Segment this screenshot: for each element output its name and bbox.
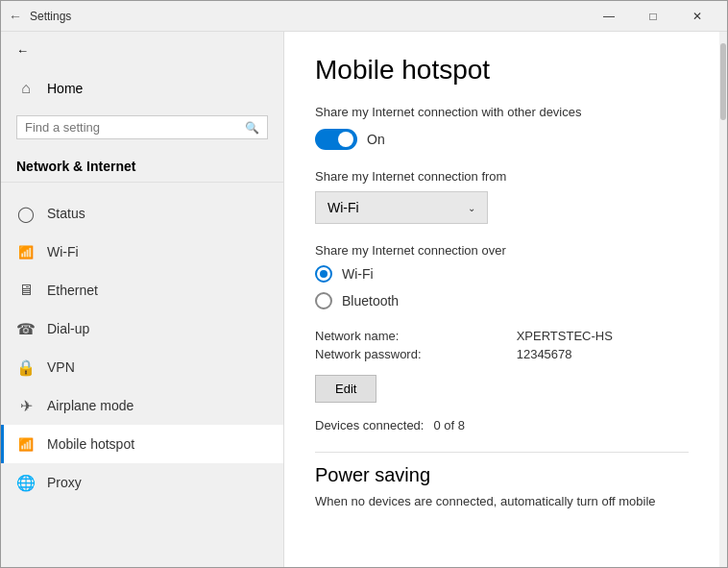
proxy-label: Proxy <box>47 475 82 490</box>
vpn-label: VPN <box>47 359 75 375</box>
sidebar-item-proxy[interactable]: 🌐 Proxy <box>1 463 283 502</box>
sidebar-item-dialup[interactable]: ☎ Dial-up <box>1 309 283 348</box>
wifi-icon: 📶 <box>16 242 36 261</box>
radio-bluetooth-label: Bluetooth <box>342 293 399 309</box>
title-bar: ← Settings — □ ✕ <box>1 1 727 32</box>
network-info-grid: Network name: XPERTSTEC-HS Network passw… <box>315 329 689 361</box>
radio-wifi-circle[interactable] <box>315 265 332 283</box>
sidebar: ← ⌂ Home 🔍 Network & Internet ◯ Status 📶 <box>1 32 284 567</box>
dialup-icon: ☎ <box>16 319 36 338</box>
title-bar-controls: — □ ✕ <box>587 1 719 32</box>
power-saving-desc: When no devices are connected, automatic… <box>315 494 689 508</box>
proxy-icon: 🌐 <box>16 473 36 492</box>
vpn-icon: 🔒 <box>16 358 36 377</box>
close-button[interactable]: ✕ <box>675 1 719 32</box>
power-saving-title: Power saving <box>315 464 689 486</box>
sidebar-item-hotspot[interactable]: 📶 Mobile hotspot <box>1 425 283 463</box>
sidebar-item-home[interactable]: ⌂ Home <box>1 69 283 108</box>
settings-window: ← Settings — □ ✕ ← ⌂ Home 🔍 <box>0 0 728 568</box>
sidebar-section-title: Network & Internet <box>1 147 283 182</box>
window-title: Settings <box>30 10 71 23</box>
toggle-state-label: On <box>367 132 385 147</box>
sidebar-item-ethernet[interactable]: 🖥 Ethernet <box>1 271 283 309</box>
radio-wifi-label: Wi-Fi <box>342 266 374 282</box>
devices-connected-key: Devices connected: <box>315 418 424 432</box>
radio-wifi[interactable]: Wi-Fi <box>315 265 689 283</box>
airplane-label: Airplane mode <box>47 398 133 413</box>
home-label: Home <box>47 81 83 96</box>
airplane-icon: ✈ <box>16 396 36 415</box>
hotspot-label: Mobile hotspot <box>47 436 134 452</box>
page-title: Mobile hotspot <box>315 55 689 86</box>
content-area: ← ⌂ Home 🔍 Network & Internet ◯ Status 📶 <box>1 32 727 567</box>
devices-connected-val: 0 of 8 <box>433 418 465 432</box>
wifi-label: Wi-Fi <box>47 244 79 259</box>
scrollbar-track[interactable] <box>719 32 727 567</box>
network-password-key: Network password: <box>315 347 497 361</box>
hotspot-toggle[interactable] <box>315 129 357 150</box>
minimize-button[interactable]: — <box>587 1 631 32</box>
radio-bluetooth[interactable]: Bluetooth <box>315 292 689 309</box>
devices-row: Devices connected: 0 of 8 <box>315 418 689 432</box>
search-icon: 🔍 <box>245 121 259 135</box>
sidebar-item-airplane[interactable]: ✈ Airplane mode <box>1 386 283 425</box>
network-password-val: 12345678 <box>517 347 689 361</box>
search-box[interactable]: 🔍 <box>16 115 268 139</box>
network-name-val: XPERTSTEC-HS <box>517 329 689 343</box>
radio-bluetooth-circle[interactable] <box>315 292 332 309</box>
sidebar-item-wifi[interactable]: 📶 Wi-Fi <box>1 233 283 271</box>
share-connection-label: Share my Internet connection with other … <box>315 105 689 119</box>
sidebar-item-vpn[interactable]: 🔒 VPN <box>1 348 283 386</box>
section-divider <box>315 452 689 453</box>
connection-from-dropdown[interactable]: Wi-Fi ⌄ <box>315 191 488 224</box>
from-label: Share my Internet connection from <box>315 169 689 184</box>
back-icon[interactable]: ← <box>9 9 22 24</box>
radio-group-over: Wi-Fi Bluetooth <box>315 265 689 309</box>
sidebar-back-button[interactable]: ← <box>1 32 283 69</box>
dialup-label: Dial-up <box>47 321 89 336</box>
back-arrow-icon: ← <box>16 43 29 58</box>
edit-button[interactable]: Edit <box>315 375 376 403</box>
ethernet-icon: 🖥 <box>16 281 36 300</box>
chevron-down-icon: ⌄ <box>468 203 475 213</box>
home-icon: ⌂ <box>16 79 36 98</box>
network-name-key: Network name: <box>315 329 497 343</box>
toggle-row: On <box>315 129 689 150</box>
title-bar-left: ← Settings <box>9 9 71 24</box>
status-label: Status <box>47 206 85 221</box>
over-label: Share my Internet connection over <box>315 243 689 258</box>
from-value: Wi-Fi <box>328 200 359 215</box>
maximize-button[interactable]: □ <box>631 1 675 32</box>
main-content: Mobile hotspot Share my Internet connect… <box>284 32 719 567</box>
hotspot-icon: 📶 <box>16 434 36 454</box>
search-input[interactable] <box>25 120 239 135</box>
status-icon: ◯ <box>16 204 36 223</box>
ethernet-label: Ethernet <box>47 283 98 298</box>
sidebar-item-status[interactable]: ◯ Status <box>1 194 283 233</box>
scrollbar-thumb[interactable] <box>720 43 726 120</box>
sidebar-divider <box>1 182 283 183</box>
